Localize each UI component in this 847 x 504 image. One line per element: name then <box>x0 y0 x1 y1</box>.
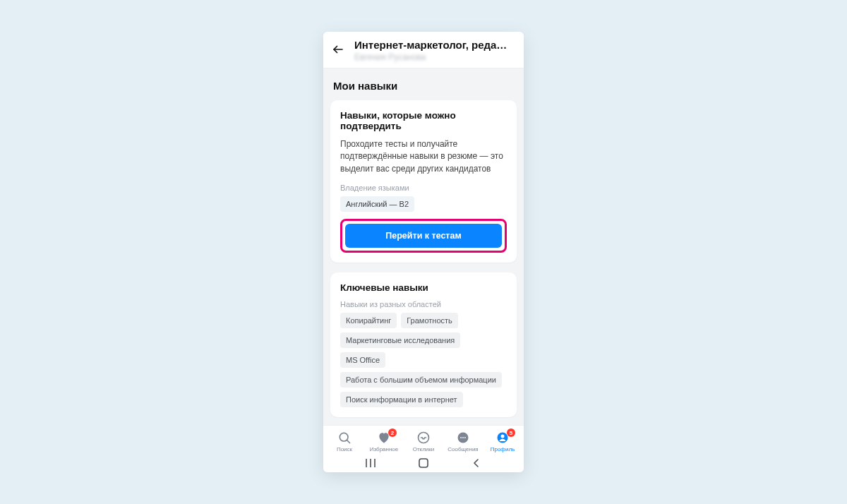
card-title: Ключевые навыки <box>340 282 507 293</box>
nav-search[interactable]: Поиск <box>325 430 364 452</box>
highlight-frame: Перейти к тестам <box>340 219 507 253</box>
nav-label: Поиск <box>337 446 352 452</box>
favorites-badge: 2 <box>388 428 397 437</box>
nav-label: Профиль <box>491 446 515 452</box>
android-home-button[interactable] <box>411 457 436 469</box>
nav-label: Сообщения <box>447 446 478 452</box>
svg-point-5 <box>460 437 462 438</box>
svg-point-6 <box>462 437 464 438</box>
skill-chip[interactable]: Поиск информации в интернет <box>340 392 463 407</box>
android-system-bar <box>323 454 524 472</box>
card-description: Проходите тесты и получайте подтверждённ… <box>340 138 507 175</box>
home-icon <box>418 457 429 469</box>
svg-point-3 <box>419 433 429 443</box>
chat-icon <box>455 430 471 445</box>
skill-chip[interactable]: Работа с большим объемом информации <box>340 372 502 388</box>
key-skills-chip-row: КопирайтингГрамотностьМаркетинговые иссл… <box>340 313 507 407</box>
recents-icon <box>364 458 377 468</box>
nav-messages[interactable]: Сообщения <box>443 430 483 452</box>
svg-line-2 <box>347 440 349 443</box>
card-label: Владение языками <box>340 184 507 192</box>
profile-badge: 5 <box>507 428 515 437</box>
card-title: Навыки, которые можно подтвердить <box>340 110 507 131</box>
nav-favorites[interactable]: 2 Избранное <box>364 430 404 452</box>
search-icon <box>337 430 352 445</box>
card-label: Навыки из разных областей <box>340 300 507 308</box>
go-to-tests-button[interactable]: Перейти к тестам <box>345 224 502 248</box>
mobile-app-screen: Интернет-маркетолог, реда… Евгения Русан… <box>323 32 524 472</box>
key-skills-card: Ключевые навыки Навыки из разных областе… <box>330 272 517 417</box>
verifiable-skills-card: Навыки, которые можно подтвердить Проход… <box>330 100 517 263</box>
app-header: Интернет-маркетолог, реда… Евгения Русан… <box>323 32 524 68</box>
inbox-icon <box>416 430 431 445</box>
arrow-left-icon <box>332 43 344 56</box>
skill-chip[interactable]: Копирайтинг <box>340 313 397 328</box>
back-button[interactable] <box>330 42 346 57</box>
language-chip[interactable]: Английский — B2 <box>340 196 414 212</box>
nav-profile[interactable]: 5 Профиль <box>483 430 522 452</box>
back-icon <box>471 458 481 468</box>
language-chip-row: Английский — B2 <box>340 196 507 212</box>
skill-chip[interactable]: MS Office <box>340 352 385 368</box>
skill-chip[interactable]: Грамотность <box>401 313 458 328</box>
skill-chip[interactable]: Маркетинговые исследования <box>340 332 460 348</box>
nav-label: Отклики <box>413 446 435 452</box>
nav-responses[interactable]: Отклики <box>404 430 443 452</box>
svg-point-7 <box>464 437 466 438</box>
page-title: Интернет-маркетолог, реда… <box>354 39 514 51</box>
content-area: Мои навыки Навыки, которые можно подтвер… <box>323 68 524 425</box>
section-title: Мои навыки <box>333 80 514 92</box>
nav-label: Избранное <box>370 446 399 452</box>
bottom-nav: Поиск 2 Избранное Отклики Сообщения 5 <box>323 425 524 454</box>
android-back-button[interactable] <box>464 457 489 469</box>
svg-rect-13 <box>419 459 428 467</box>
android-recents-button[interactable] <box>358 457 383 469</box>
header-text: Интернет-маркетолог, реда… Евгения Русан… <box>354 39 514 62</box>
page-subtitle: Евгения Русанова <box>354 52 514 62</box>
svg-point-9 <box>501 434 505 438</box>
